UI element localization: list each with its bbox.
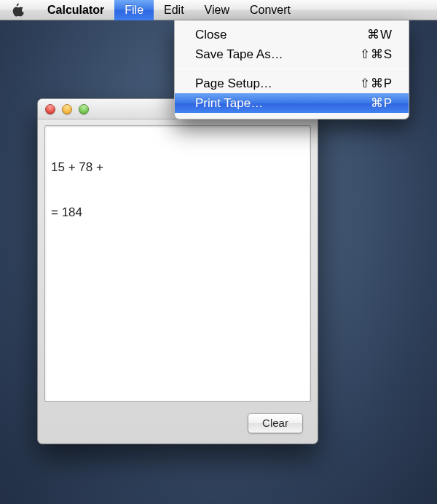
menu-separator bbox=[176, 68, 408, 69]
tape-line: 15 + 78 + bbox=[51, 160, 304, 176]
menu-item-shortcut: ⌘W bbox=[361, 25, 393, 44]
menu-item-shortcut: ⇧⌘S bbox=[354, 44, 393, 64]
menu-item-close[interactable]: Close ⌘W bbox=[175, 25, 409, 44]
apple-menu-icon[interactable] bbox=[10, 2, 24, 18]
menu-item-label: Close bbox=[195, 25, 227, 44]
menu-item-label: Save Tape As… bbox=[195, 44, 283, 64]
tape-line: = 184 bbox=[51, 205, 304, 221]
menu-view[interactable]: View bbox=[194, 0, 240, 20]
minimize-icon[interactable] bbox=[62, 104, 72, 114]
paper-tape-window: 15 + 78 + = 184 Clear bbox=[37, 98, 318, 444]
app-name: Calculator bbox=[37, 0, 114, 20]
menu-bar: Calculator File Edit View Convert bbox=[0, 0, 437, 20]
menu-convert[interactable]: Convert bbox=[240, 0, 301, 20]
clear-button[interactable]: Clear bbox=[248, 413, 303, 433]
close-icon[interactable] bbox=[45, 104, 55, 114]
menu-item-shortcut: ⇧⌘P bbox=[354, 74, 393, 93]
menu-item-shortcut: ⌘P bbox=[365, 93, 393, 113]
zoom-icon[interactable] bbox=[79, 104, 89, 114]
menu-item-print-tape[interactable]: Print Tape… ⌘P bbox=[175, 93, 409, 113]
file-menu-dropdown: Close ⌘W Save Tape As… ⇧⌘S Page Setup… ⇧… bbox=[174, 20, 409, 119]
tape-text-area[interactable]: 15 + 78 + = 184 bbox=[44, 125, 311, 402]
menu-edit[interactable]: Edit bbox=[154, 0, 194, 20]
menu-item-label: Print Tape… bbox=[195, 93, 263, 113]
menu-item-page-setup[interactable]: Page Setup… ⇧⌘P bbox=[175, 74, 409, 93]
menu-file[interactable]: File bbox=[114, 0, 154, 20]
menu-item-save-tape-as[interactable]: Save Tape As… ⇧⌘S bbox=[175, 44, 409, 64]
menu-item-label: Page Setup… bbox=[195, 74, 272, 93]
